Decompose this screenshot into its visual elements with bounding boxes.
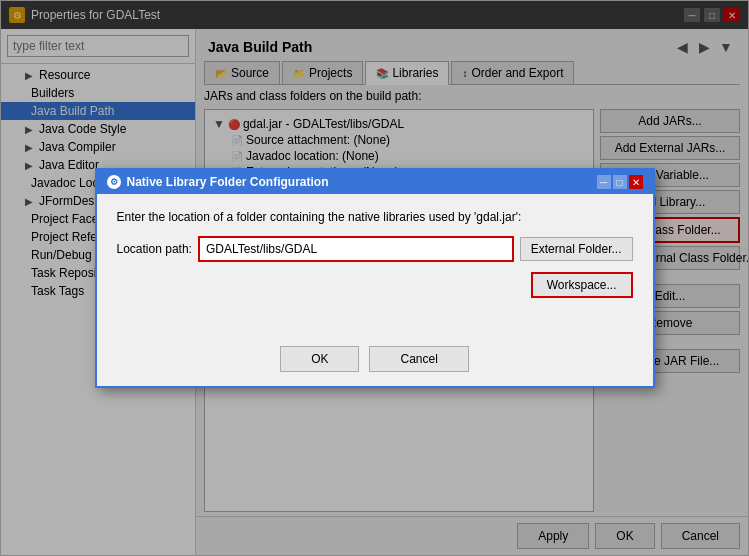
modal-overlay: ⚙ Native Library Folder Configuration ─ … [1, 1, 748, 555]
location-row: Location path: External Folder... [117, 236, 633, 262]
modal-cancel-button[interactable]: Cancel [369, 346, 468, 372]
modal-close-button[interactable]: ✕ [629, 175, 643, 189]
modal-footer: OK Cancel [97, 338, 653, 386]
location-label: Location path: [117, 242, 192, 256]
modal-dialog: ⚙ Native Library Folder Configuration ─ … [95, 168, 655, 388]
main-window: ⚙ Properties for GDALTest ─ □ ✕ ▶ Resour… [0, 0, 749, 556]
location-input[interactable] [198, 236, 514, 262]
modal-ok-button[interactable]: OK [280, 346, 359, 372]
modal-title: Native Library Folder Configuration [127, 175, 329, 189]
workspace-btn-row: Workspace... [117, 272, 633, 298]
modal-icon: ⚙ [107, 175, 121, 189]
modal-maximize-button[interactable]: □ [613, 175, 627, 189]
modal-body: Enter the location of a folder containin… [97, 194, 653, 338]
workspace-button[interactable]: Workspace... [531, 272, 633, 298]
modal-controls: ─ □ ✕ [597, 175, 643, 189]
modal-minimize-button[interactable]: ─ [597, 175, 611, 189]
modal-title-bar: ⚙ Native Library Folder Configuration ─ … [97, 170, 653, 194]
modal-description: Enter the location of a folder containin… [117, 210, 633, 224]
external-folder-button[interactable]: External Folder... [520, 237, 633, 261]
